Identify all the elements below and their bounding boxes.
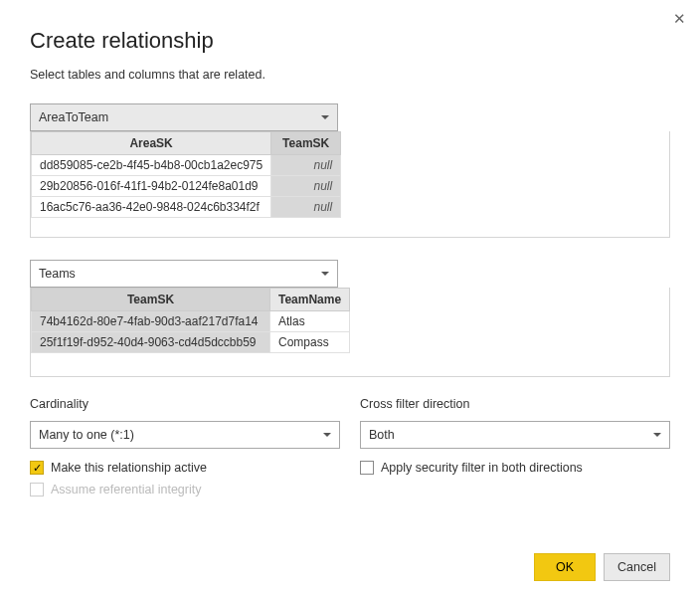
chevron-down-icon xyxy=(653,433,661,437)
crossfilter-label: Cross filter direction xyxy=(360,397,670,411)
close-icon[interactable]: ✕ xyxy=(670,10,688,28)
checkbox-checked-icon: ✓ xyxy=(30,461,44,475)
table2-col-teamsk[interactable]: TeamSK xyxy=(32,289,270,311)
table-row: 25f1f19f-d952-40d4-9063-cd4d5dccbb59Comp… xyxy=(32,332,350,353)
table1-col-areask[interactable]: AreaSK xyxy=(32,132,271,155)
table1-preview: AreaSK TeamSK dd859085-ce2b-4f45-b4b8-00… xyxy=(30,131,670,238)
chevron-down-icon xyxy=(321,272,329,276)
ok-button[interactable]: OK xyxy=(534,553,596,581)
chevron-down-icon xyxy=(321,115,329,119)
cardinality-label: Cardinality xyxy=(30,397,340,411)
security-filter-label: Apply security filter in both directions xyxy=(381,461,583,475)
crossfilter-value: Both xyxy=(369,428,395,442)
crossfilter-select[interactable]: Both xyxy=(360,421,670,449)
referential-integrity-label: Assume referential integrity xyxy=(51,483,201,497)
table-header-row: TeamSK TeamName xyxy=(32,289,350,311)
table2-col-teamname[interactable]: TeamName xyxy=(270,289,350,311)
table1-select[interactable]: AreaToTeam xyxy=(30,103,338,131)
table-row: dd859085-ce2b-4f45-b4b8-00cb1a2ec975null xyxy=(32,155,341,176)
chevron-down-icon xyxy=(323,433,331,437)
table1-select-value: AreaToTeam xyxy=(39,110,108,124)
referential-integrity-checkbox: Assume referential integrity xyxy=(30,483,340,497)
table-row: 29b20856-016f-41f1-94b2-0124fe8a01d9null xyxy=(32,176,341,197)
table2-select-value: Teams xyxy=(39,267,76,281)
dialog-subtitle: Select tables and columns that are relat… xyxy=(30,68,670,82)
cardinality-select[interactable]: Many to one (*:1) xyxy=(30,421,340,449)
make-active-label: Make this relationship active xyxy=(51,461,207,475)
checkbox-icon xyxy=(360,461,374,475)
table1-col-teamsk[interactable]: TeamSK xyxy=(271,132,341,155)
checkbox-icon xyxy=(30,483,44,497)
security-filter-checkbox[interactable]: Apply security filter in both directions xyxy=(360,461,670,475)
cancel-button[interactable]: Cancel xyxy=(604,553,670,581)
table-row: 74b4162d-80e7-4fab-90d3-aaf217d7fa14Atla… xyxy=(32,311,350,332)
table-header-row: AreaSK TeamSK xyxy=(32,132,341,155)
make-active-checkbox[interactable]: ✓ Make this relationship active xyxy=(30,461,340,475)
dialog-title: Create relationship xyxy=(30,28,670,54)
table2-preview: TeamSK TeamName 74b4162d-80e7-4fab-90d3-… xyxy=(30,288,670,377)
table2-select[interactable]: Teams xyxy=(30,260,338,288)
cardinality-value: Many to one (*:1) xyxy=(39,428,134,442)
table-row: 16ac5c76-aa36-42e0-9848-024c6b334f2fnull xyxy=(32,197,341,218)
